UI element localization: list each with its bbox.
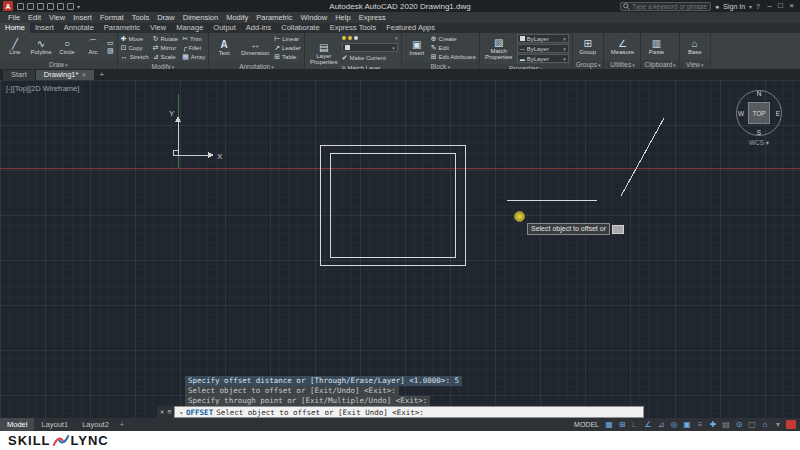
tool-move[interactable]: ✚Move (121, 34, 149, 43)
layout1-tab[interactable]: Layout1 (34, 418, 75, 431)
tab-annotate[interactable]: Annotate (59, 23, 99, 33)
tool-insert-block[interactable]: ▣Insert (405, 34, 429, 61)
open-file-icon[interactable] (27, 3, 34, 10)
panel-label-utilities[interactable]: Utilities▾ (604, 60, 640, 69)
tool-linear[interactable]: ⊢Linear (274, 34, 301, 43)
tool-group[interactable]: ⊞Group (576, 34, 600, 59)
menu-window[interactable]: Window (297, 12, 332, 23)
tab-addins[interactable]: Add-ins (241, 23, 276, 33)
tool-fillet[interactable]: ╭Fillet (182, 43, 205, 52)
tab-view[interactable]: View (145, 23, 171, 33)
viewcube-compass[interactable]: N E S W TOP (736, 90, 782, 136)
hatch-tool-icon[interactable]: ▨ (107, 47, 114, 55)
print-icon[interactable] (47, 3, 54, 10)
tool-trim[interactable]: ✂Trim (182, 34, 205, 43)
make-current-button[interactable]: ✔Make Current (342, 53, 398, 62)
panel-label-draw[interactable]: Draw▾ (0, 60, 117, 69)
tool-mirror[interactable]: ⇄Mirror (153, 43, 179, 52)
tool-circle[interactable]: ○Circle (55, 34, 79, 59)
diagonal-line[interactable] (621, 118, 664, 196)
maximize-icon[interactable]: □ (775, 0, 786, 12)
layout2-tab[interactable]: Layout2 (75, 418, 116, 431)
layer-dropdown[interactable]: ▾ (342, 43, 398, 52)
wcs-dropdown[interactable]: WCS ▾ (732, 139, 786, 147)
tool-layer-properties[interactable]: ▤Layer Properties (308, 34, 340, 72)
customize-icon[interactable]: ≡ (167, 408, 171, 416)
lineweight-icon[interactable]: ≡ (695, 418, 705, 431)
menu-file[interactable]: File (4, 12, 24, 23)
block-edit-button[interactable]: ✎Edit (431, 43, 476, 52)
undo-icon[interactable] (57, 3, 64, 10)
autocad-logo-icon[interactable]: A (3, 1, 13, 11)
polar-tracking-icon[interactable]: ∠ (643, 418, 653, 431)
close-icon[interactable]: × (160, 408, 164, 416)
ortho-icon[interactable]: ∟ (630, 418, 640, 431)
block-edit-attributes-button[interactable]: ⊞Edit Attributes (431, 52, 476, 61)
compass-west-label[interactable]: W (738, 110, 744, 117)
compass-east-label[interactable]: E (776, 110, 780, 117)
object-snap-tracking-icon[interactable]: ◎ (669, 418, 679, 431)
menu-edit[interactable]: Edit (24, 12, 45, 23)
tool-line[interactable]: ╱Line (3, 34, 27, 59)
signin-button[interactable]: Sign In (723, 3, 745, 10)
tab-home[interactable]: Home (0, 23, 30, 33)
tab-output[interactable]: Output (208, 23, 241, 33)
rectangle-tool-icon[interactable]: ▭ (107, 39, 114, 47)
model-tab[interactable]: Model (0, 418, 34, 431)
object-color-dropdown[interactable]: ByLayer▾ (517, 34, 569, 43)
object-snap-icon[interactable]: ▣ (682, 418, 692, 431)
new-drawing-plus-icon[interactable]: + (95, 70, 108, 80)
menu-tools[interactable]: Tools (128, 12, 154, 23)
tab-express-tools[interactable]: Express Tools (325, 23, 382, 33)
dynamic-input-field[interactable] (612, 225, 624, 234)
snap-icon[interactable]: ⊞ (617, 418, 627, 431)
menu-help[interactable]: Help (331, 12, 354, 23)
tool-dimension[interactable]: ↔Dimension (238, 34, 272, 61)
tool-scale[interactable]: ⊿Scale (153, 52, 179, 61)
tool-arc[interactable]: ⌒Arc (81, 34, 105, 59)
tool-rotate[interactable]: ↻Rotate (153, 34, 179, 43)
drawing-canvas[interactable]: Y X [-][Top][2D Wireframe] N E S W TOP W… (0, 80, 800, 418)
new-file-icon[interactable] (17, 3, 24, 10)
minimize-icon[interactable]: – (764, 0, 775, 12)
file-tab-drawing1[interactable]: Drawing1*✕ (36, 70, 95, 80)
workspace-icon[interactable]: ⌂ (760, 418, 770, 431)
panel-label-clipboard[interactable]: Clipboard▾ (641, 60, 678, 69)
tool-polyline[interactable]: ∿Polyline (29, 34, 53, 59)
isodraft-icon[interactable]: ⊿ (656, 418, 666, 431)
close-icon[interactable]: × (786, 0, 797, 12)
record-badge-icon[interactable] (786, 420, 796, 429)
tool-stretch[interactable]: ↔Stretch (121, 52, 149, 61)
close-tab-icon[interactable]: ✕ (81, 72, 86, 78)
customization-chevron-icon[interactable]: ▾ (773, 418, 783, 431)
viewport-controls[interactable]: [-][Top][2D Wireframe] (6, 84, 79, 93)
transparency-icon[interactable]: ▤ (721, 418, 731, 431)
tool-measure[interactable]: ∠Measure (607, 34, 637, 59)
model-space-label[interactable]: MODEL (574, 421, 599, 428)
tab-parametric[interactable]: Parametric (99, 23, 145, 33)
outer-rectangle[interactable] (320, 145, 465, 265)
grid-icon[interactable]: ▦ (604, 418, 614, 431)
user-icon[interactable]: ● (715, 3, 719, 10)
save-icon[interactable] (37, 3, 44, 10)
tool-match-properties[interactable]: ▨Match Properties (483, 34, 515, 63)
dynamic-input-icon[interactable]: ✚ (708, 418, 718, 431)
redo-icon[interactable] (67, 3, 74, 10)
tool-copy[interactable]: ⊡Copy (121, 43, 149, 52)
block-create-button[interactable]: ⊕Create (431, 34, 476, 43)
viewcube[interactable]: N E S W TOP WCS ▾ (732, 90, 786, 147)
signin-chevron-down-icon[interactable]: ▾ (749, 3, 752, 10)
file-tab-start[interactable]: Start (3, 70, 35, 80)
compass-north-label[interactable]: N (757, 90, 762, 97)
recent-commands-chevron-icon[interactable]: ▾ (179, 409, 183, 416)
tool-base[interactable]: ⌂Base (683, 34, 707, 59)
new-layout-plus-icon[interactable]: + (116, 420, 128, 429)
menu-parametric[interactable]: Parametric (252, 12, 296, 23)
command-bar-grip[interactable]: × ≡ (157, 406, 174, 418)
tab-collaborate[interactable]: Collaborate (276, 23, 324, 33)
menu-express[interactable]: Express (355, 12, 390, 23)
tool-paste[interactable]: ▥Paste (644, 34, 668, 59)
tab-manage[interactable]: Manage (171, 23, 208, 33)
menu-insert[interactable]: Insert (69, 12, 96, 23)
panel-label-view[interactable]: View▾ (680, 60, 710, 69)
